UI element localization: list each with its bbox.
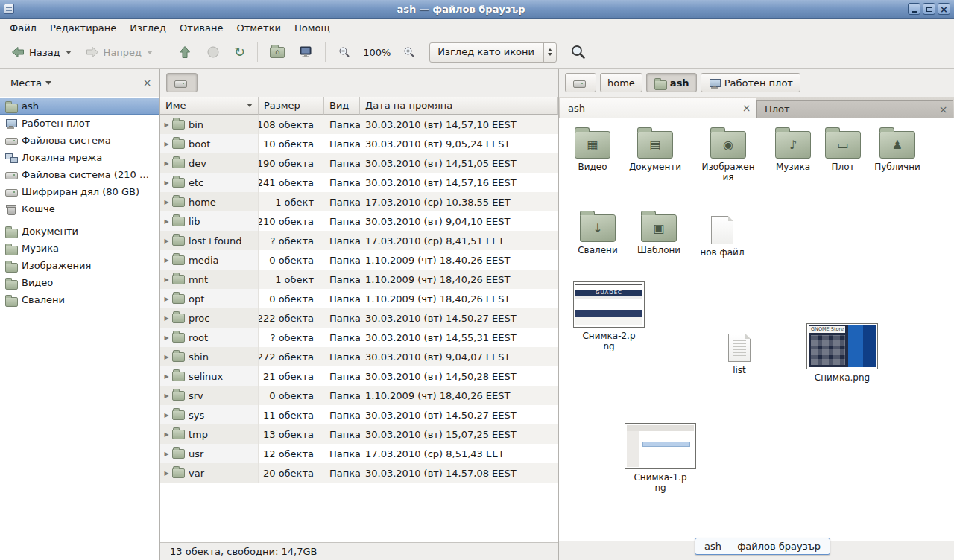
up-button[interactable] — [171, 40, 198, 64]
expander-icon[interactable] — [162, 354, 171, 360]
file-row-boot[interactable]: boot 10 обекта Папка 30.03.2010 (вт) 9,0… — [160, 134, 558, 153]
sidebar-item-Видео[interactable]: Видео — [0, 274, 159, 291]
file-icon-Снимка-2.png[interactable]: Снимка-2.png — [570, 281, 648, 352]
home-button[interactable]: ⌂ — [264, 42, 291, 63]
zoom-out-button[interactable] — [332, 41, 357, 63]
expander-icon[interactable] — [162, 296, 171, 302]
file-row-mnt[interactable]: mnt 1 обект Папка 1.10.2009 (чт) 18,40,2… — [160, 270, 558, 289]
sidebar-item-Изображения[interactable]: Изображения — [0, 257, 159, 274]
view-mode-select[interactable]: Изглед като икони — [429, 42, 557, 63]
close-button[interactable] — [938, 3, 950, 15]
expander-icon[interactable] — [162, 257, 171, 264]
menu-item-bookmarks[interactable]: Отметки — [230, 20, 287, 36]
sidebar-item-Документи[interactable]: Документи — [0, 223, 159, 240]
sidebar-item-Локална мрежа[interactable]: Локална мрежа — [0, 149, 159, 166]
expander-icon[interactable] — [162, 451, 171, 457]
file-icon-Свалени[interactable]: ↓ Свалени — [570, 214, 625, 255]
path-button-drive[interactable] — [166, 73, 198, 92]
file-row-etc[interactable]: etc 241 обекта Папка 30.03.2010 (вт) 14,… — [160, 173, 558, 192]
reload-button[interactable]: ↻ — [228, 41, 251, 63]
stop-button[interactable] — [200, 40, 227, 64]
expander-icon[interactable] — [162, 238, 171, 244]
search-button[interactable] — [564, 39, 593, 65]
sidebar-item-Файлова система (210 MB)[interactable]: Файлова система (210 MB) — [0, 166, 159, 183]
file-icon-Документи[interactable]: ▤ Документи — [628, 131, 683, 172]
file-row-dev[interactable]: dev 190 обекта Папка 30.03.2010 (вт) 14,… — [160, 153, 558, 173]
file-icon-Снимка-1.png[interactable]: Снимка-1.png — [622, 423, 699, 494]
zoom-in-button[interactable] — [397, 41, 422, 63]
sidebar-item-Кошче[interactable]: Кошче — [0, 200, 159, 217]
expander-icon[interactable] — [162, 218, 171, 225]
expander-icon[interactable] — [162, 392, 171, 399]
file-icon-Шаблони[interactable]: ▣ Шаблони — [631, 214, 686, 255]
file-row-home[interactable]: home 1 обект Папка 17.03.2010 (ср) 10,38… — [160, 192, 558, 211]
sidebar-item-Музика[interactable]: Музика — [0, 240, 159, 257]
expander-icon[interactable] — [162, 276, 171, 283]
file-icon-Снимка.png[interactable]: Снимка.png — [803, 323, 881, 383]
file-row-selinux[interactable]: selinux 21 обекта Папка 30.03.2010 (вт) … — [160, 366, 558, 386]
sidebar-item-ash[interactable]: ash — [0, 98, 159, 115]
file-icon-Видео[interactable]: ▦ Видео — [565, 131, 620, 172]
sidebar-close-button[interactable] — [141, 77, 154, 89]
expander-icon[interactable] — [162, 373, 171, 380]
expander-icon[interactable] — [162, 412, 171, 419]
file-icon-list[interactable]: list — [712, 334, 767, 375]
file-row-sys[interactable]: sys 11 обекта Папка 30.03.2010 (вт) 14,5… — [160, 405, 558, 424]
expander-icon[interactable] — [162, 199, 171, 206]
file-row-opt[interactable]: opt 0 обекта Папка 1.10.2009 (чт) 18,40,… — [160, 289, 558, 308]
file-row-srv[interactable]: srv 0 обекта Папка 1.10.2009 (чт) 18,40,… — [160, 386, 558, 405]
menu-item-file[interactable]: Файл — [3, 20, 43, 36]
column-header-name[interactable]: Име — [160, 97, 259, 115]
file-icon-Музика[interactable]: ♪ Музика — [765, 131, 821, 172]
file-row-root[interactable]: root ? обекта Папка 30.03.2010 (вт) 14,5… — [160, 328, 558, 347]
expander-icon[interactable] — [162, 334, 171, 341]
file-row-lost+found[interactable]: lost+found ? обекта Папка 17.03.2010 (ср… — [160, 231, 558, 250]
expander-icon[interactable] — [162, 470, 171, 477]
expander-icon[interactable] — [162, 431, 171, 438]
expander-icon[interactable] — [162, 179, 171, 186]
file-icon-Плот[interactable]: ▭ Плот — [815, 131, 871, 172]
minimize-button[interactable] — [908, 3, 920, 15]
file-icon-Публични[interactable]: ♟ Публични — [870, 131, 925, 172]
path-button-Работен плот[interactable]: Работен плот — [701, 73, 800, 92]
file-row-tmp[interactable]: tmp 13 обекта Папка 30.03.2010 (вт) 15,0… — [160, 424, 558, 444]
path-button-home[interactable]: home — [600, 73, 642, 92]
tab-ash[interactable]: ash — [560, 98, 756, 118]
expander-icon[interactable] — [162, 141, 171, 147]
icon-view[interactable]: ▦ Видео ▤ Документи ◉ Изображения ♪ Музи… — [559, 118, 954, 541]
tab-close-button[interactable] — [740, 102, 753, 115]
maximize-button[interactable] — [923, 3, 935, 15]
file-row-sbin[interactable]: sbin 272 обекта Папка 30.03.2010 (вт) 9,… — [160, 347, 558, 366]
column-header-date[interactable]: Дата на промяна — [360, 97, 558, 115]
taskbar-window-button[interactable]: ash — файлов браузър — [695, 538, 830, 555]
sidebar-item-Шифриран дял (80 GB)[interactable]: Шифриран дял (80 GB) — [0, 183, 159, 200]
tab-close-button[interactable] — [937, 103, 950, 115]
file-row-usr[interactable]: usr 12 обекта Папка 17.03.2010 (ср) 8,51… — [160, 444, 558, 463]
sidebar-mode-select[interactable]: Места — [6, 75, 56, 91]
forward-button[interactable]: Напред — [79, 40, 159, 64]
path-button-ash[interactable]: ash — [646, 73, 697, 92]
file-row-bin[interactable]: bin 108 обекта Папка 30.03.2010 (вт) 14,… — [160, 115, 558, 134]
column-header-type[interactable]: Вид — [324, 97, 360, 115]
sidebar-item-Файлова система[interactable]: Файлова система — [0, 132, 159, 149]
file-icon-Изображения[interactable]: ◉ Изображения — [701, 131, 756, 183]
path-button-drive[interactable] — [565, 73, 596, 92]
sidebar-item-Свалени[interactable]: Свалени — [0, 291, 159, 308]
menu-item-go[interactable]: Отиване — [173, 20, 230, 36]
menu-item-edit[interactable]: Редактиране — [43, 20, 123, 36]
computer-button[interactable] — [292, 40, 319, 64]
menu-item-view[interactable]: Изглед — [123, 20, 173, 36]
tab-Плот[interactable]: Плот — [756, 100, 953, 118]
file-row-lib[interactable]: lib 210 обекта Папка 30.03.2010 (вт) 9,0… — [160, 211, 558, 231]
file-row-var[interactable]: var 20 обекта Папка 30.03.2010 (вт) 14,5… — [160, 463, 558, 483]
menu-item-help[interactable]: Помощ — [288, 20, 337, 36]
column-header-size[interactable]: Размер — [259, 97, 324, 115]
expander-icon[interactable] — [162, 160, 171, 167]
file-icon-нов файл[interactable]: нов файл — [695, 216, 750, 258]
file-row-media[interactable]: media 0 обекта Папка 1.10.2009 (чт) 18,4… — [160, 250, 558, 270]
sidebar-item-Работен плот[interactable]: Работен плот — [0, 115, 159, 132]
file-row-proc[interactable]: proc 222 обекта Папка 30.03.2010 (вт) 14… — [160, 308, 558, 328]
expander-icon[interactable] — [162, 315, 171, 322]
back-button[interactable]: Назад — [4, 40, 78, 64]
expander-icon[interactable] — [162, 121, 171, 128]
